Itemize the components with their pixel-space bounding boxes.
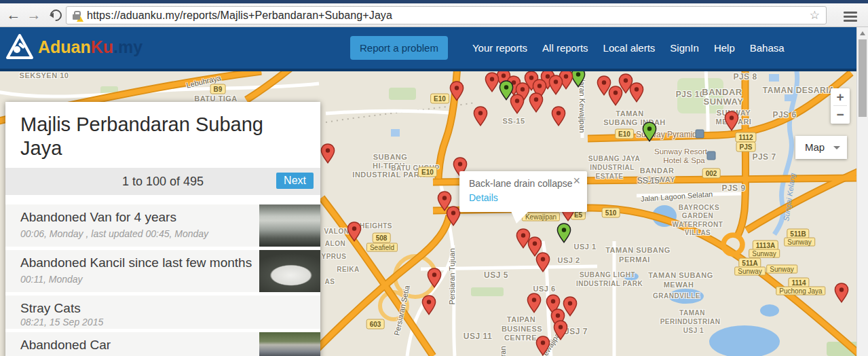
report-list: Abandoned Van for 4 years 00:06, Monday …	[5, 204, 320, 356]
infowindow-tail	[511, 211, 529, 224]
road-shield-label: 002	[702, 168, 721, 179]
nav-link-bahasa[interactable]: Bahasa	[750, 42, 785, 54]
map-label: SS 15	[637, 176, 660, 185]
red-map-pin[interactable]	[449, 81, 464, 101]
padlock-warning-icon	[73, 12, 81, 20]
red-map-pin[interactable]	[527, 293, 542, 313]
red-map-pin[interactable]	[535, 252, 550, 272]
browser-forward-button[interactable]: →	[26, 5, 42, 24]
browser-back-button[interactable]: ←	[5, 5, 22, 24]
report-title: Abandoned Kancil since last few months	[20, 255, 252, 270]
map-infowindow: Back-lane drain collapse × Details	[459, 171, 587, 212]
zoom-in-button[interactable]: +	[831, 88, 850, 105]
nav-link-help[interactable]: Help	[714, 42, 735, 54]
map-label: PJS 9	[721, 183, 745, 193]
scrollbar-thumb[interactable]	[858, 39, 867, 117]
road-shield-label: E10	[418, 167, 437, 177]
red-map-pin[interactable]	[510, 94, 525, 114]
nav-link-all-reports[interactable]: All reports	[542, 42, 588, 54]
map-label: TAMAN SUBANG	[605, 246, 671, 254]
road-shield-label: E10	[615, 129, 634, 139]
bookmark-star-icon[interactable]: ☆	[810, 8, 820, 22]
road-shield-label: Sunway	[784, 238, 815, 247]
map-label: TAMAN DESARIA	[763, 86, 835, 95]
pagination-bar: 1 to 100 of 495 Next	[5, 168, 320, 195]
url-text: https://aduanku.my/reports/Majlis+Perban…	[87, 10, 392, 22]
infowindow-details-link[interactable]: Details	[469, 192, 498, 203]
nav-link-signin[interactable]: SignIn	[670, 42, 699, 54]
nav-link-your-reports[interactable]: Your reports	[472, 42, 527, 54]
browser-menu-icon[interactable]	[844, 12, 857, 22]
report-list-item[interactable]: Abandoned Car 07:44, 15 Sep 2015	[5, 332, 320, 356]
map-label: VILLAS	[685, 229, 711, 236]
map-label: PERINDUSTRIAN	[660, 318, 721, 325]
map-label: PJS 10	[676, 90, 704, 99]
road-shield-label: 603	[366, 319, 385, 330]
nav-link-local-alerts[interactable]: Local alerts	[603, 42, 656, 54]
reports-panel: Majlis Perbandaran Subang Jaya 1 to 100 …	[5, 102, 320, 356]
red-map-pin[interactable]	[485, 72, 499, 92]
red-map-pin[interactable]	[553, 320, 568, 340]
map-label: Persiaran	[499, 346, 507, 356]
map-label: SUBANG	[373, 153, 408, 161]
road-shield-label: Sunway	[734, 267, 766, 276]
red-map-pin[interactable]	[473, 106, 488, 126]
red-map-pin[interactable]	[446, 206, 461, 226]
road-shield-label: E10	[430, 94, 449, 104]
red-map-pin[interactable]	[529, 92, 544, 113]
map-label: HEIGHTS	[360, 222, 392, 230]
red-map-pin[interactable]	[724, 111, 739, 131]
report-title: Abandoned Car	[20, 338, 111, 353]
url-bar[interactable]: https://aduanku.my/reports/Majlis+Perban…	[66, 6, 827, 24]
map-label: Persiaran Tujuan	[448, 248, 456, 304]
map-label: REIKA	[337, 266, 360, 273]
map-label: TAMAN SUBANG	[648, 271, 713, 279]
page-scrollbar[interactable]	[856, 27, 868, 356]
map-label: AS	[325, 278, 335, 285]
red-map-pin[interactable]	[608, 86, 623, 106]
report-thumbnail	[259, 250, 320, 292]
map-label: ESTATE	[596, 173, 624, 180]
map-label: USJ 11	[464, 332, 492, 341]
map-label: ALON	[325, 240, 345, 247]
chevron-down-icon	[833, 146, 840, 149]
red-map-pin[interactable]	[548, 75, 563, 95]
map-zoom-control: + −	[831, 88, 850, 124]
map-label: USJ 2	[557, 256, 580, 264]
red-map-pin[interactable]	[629, 82, 644, 103]
map-label: SEKSYEN 10	[20, 71, 69, 79]
browser-toolbar: ← → https://aduanku.my/reports/Majlis+Pe…	[0, 3, 868, 27]
red-map-pin[interactable]	[347, 221, 362, 242]
report-a-problem-button[interactable]: Report a problem	[350, 36, 448, 60]
map-label: Hotel & Spa	[663, 156, 704, 164]
brand-logo[interactable]: AduanKu.my	[5, 33, 143, 60]
report-meta: 00:11, Monday	[20, 274, 83, 285]
map-label: BANDAR	[702, 87, 742, 97]
report-list-item[interactable]: Stray Cats 08:21, 15 Sep 2015	[5, 296, 320, 329]
road-shield-label: Sunway	[749, 249, 780, 258]
green-map-pin[interactable]	[556, 223, 571, 243]
red-map-pin[interactable]	[427, 268, 442, 288]
report-title: Stray Cats	[20, 301, 81, 316]
map-label: INDUSTRIAL PARK	[576, 280, 643, 287]
scrollbar-up-arrow-icon[interactable]	[860, 31, 865, 35]
next-page-button[interactable]: Next	[276, 173, 314, 189]
red-map-pin[interactable]	[421, 295, 436, 315]
map-label: BUSINESS	[502, 325, 542, 333]
infowindow-close-icon[interactable]: ×	[573, 174, 580, 188]
brand-name: AduanKu.my	[38, 37, 143, 57]
red-map-pin[interactable]	[535, 336, 550, 356]
map-label: MEWAH	[664, 281, 694, 289]
zoom-out-button[interactable]: −	[831, 106, 850, 123]
nav-menu: Report a problem Your reportsAll reports…	[350, 27, 785, 69]
green-map-pin[interactable]	[642, 122, 657, 142]
red-map-pin[interactable]	[834, 283, 849, 303]
map-type-button[interactable]: Map	[795, 136, 847, 159]
red-map-pin[interactable]	[320, 143, 335, 164]
red-map-pin[interactable]	[551, 106, 566, 126]
report-list-item[interactable]: Abandoned Kancil since last few months 0…	[5, 250, 320, 292]
report-list-item[interactable]: Abandoned Van for 4 years 00:06, Monday …	[5, 204, 320, 247]
map-label: PERMAI	[619, 255, 650, 264]
road-shield-label: Sunway	[766, 265, 797, 274]
browser-reload-button[interactable]	[48, 7, 64, 24]
